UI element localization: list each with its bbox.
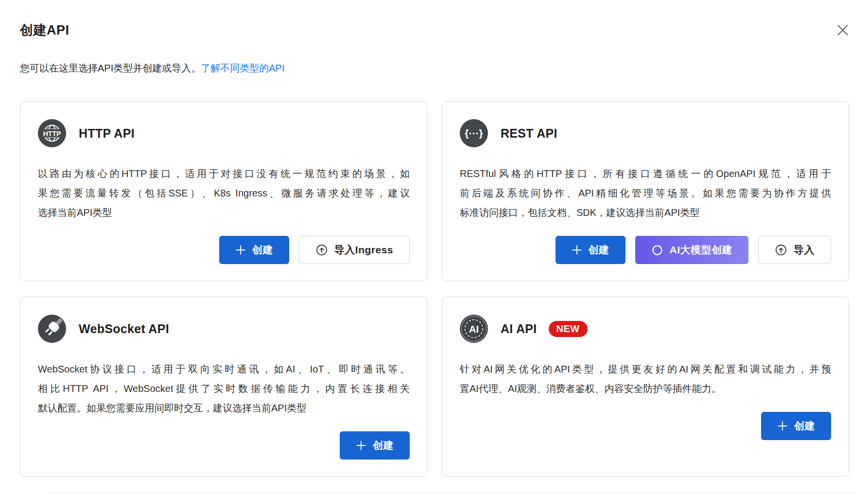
svg-text:HTTP: HTTP	[43, 130, 61, 138]
description-line: WebSocket协议接口，适用于双向实时通讯，如AI、IoT、即时通讯等。	[38, 359, 410, 379]
card-ai-api: AI AI API NEW 针对AI网关优化的API类型，提供更友好的AI网关配…	[442, 297, 849, 477]
svg-text:AI: AI	[469, 324, 479, 335]
card-actions: 创建	[460, 412, 831, 440]
button-label: 创建	[794, 419, 815, 433]
websocket-create-button[interactable]: 创建	[340, 431, 410, 460]
plus-icon	[356, 440, 366, 451]
card-title: WebSocket API	[79, 322, 169, 336]
description-line: 相比HTTP API，WebSocket提供了实时数据传输能力，内置长连接相关	[38, 379, 410, 398]
rest-braces-icon: {···}	[460, 119, 488, 147]
http-import-ingress-button[interactable]: 导入Ingress	[299, 236, 410, 264]
new-badge: NEW	[549, 321, 588, 337]
ai-sparkle-icon	[651, 244, 663, 256]
card-title: REST API	[501, 126, 557, 141]
close-icon	[835, 23, 850, 37]
svg-text:{···}: {···}	[465, 127, 483, 139]
websocket-plug-icon	[38, 315, 66, 343]
ai-circle-icon: AI	[460, 315, 488, 343]
description-line: 置AI代理、AI观测、消费者鉴权、内容安全防护等插件能力。	[460, 379, 831, 398]
description-line: 标准访问接口，包括文档、SDK，建议选择当前API类型	[460, 203, 831, 222]
rest-create-button[interactable]: 创建	[556, 236, 625, 264]
card-actions: 创建 导入Ingress	[38, 236, 410, 264]
plus-icon	[777, 421, 788, 431]
button-label: 创建	[252, 243, 273, 257]
card-actions: 创建	[38, 431, 410, 460]
button-label: 导入	[794, 243, 815, 257]
card-header: {···} REST API	[460, 119, 831, 147]
rest-import-button[interactable]: 导入	[758, 236, 831, 264]
card-header: WebSocket API	[38, 315, 410, 343]
description-line: 选择当前API类型	[38, 203, 410, 222]
http-globe-icon: HTTP	[38, 119, 66, 147]
card-description: WebSocket协议接口，适用于双向实时通讯，如AI、IoT、即时通讯等。 相…	[38, 359, 410, 418]
create-api-dialog: 创建API 您可以在这里选择API类型并创建或导入。了解不同类型的API HTT…	[0, 0, 868, 496]
card-actions: 创建 AI大模型创建	[460, 236, 831, 264]
dialog-subtitle: 您可以在这里选择API类型并创建或导入。了解不同类型的API	[20, 62, 285, 75]
plus-icon	[572, 245, 582, 255]
description-line: 针对AI网关优化的API类型，提供更友好的AI网关配置和调试能力，并预	[460, 359, 831, 379]
card-websocket-api: WebSocket API WebSocket协议接口，适用于双向实时通讯，如A…	[20, 297, 428, 477]
button-label: AI大模型创建	[670, 243, 733, 257]
card-header: AI AI API NEW	[460, 315, 831, 343]
close-button[interactable]	[834, 21, 851, 39]
card-http-api: HTTP HTTP API 以路由为核心的HTTP接口，适用于对接口没有统一规范…	[20, 101, 428, 281]
upload-icon	[775, 244, 787, 256]
subtitle-text: 您可以在这里选择API类型并创建或导入。	[20, 63, 201, 73]
description-line: 果您需要流量转发（包括SSE）、K8s Ingress、微服务请求处理等，建议	[38, 183, 410, 203]
card-description: 以路由为核心的HTTP接口，适用于对接口没有统一规范约束的场景，如 果您需要流量…	[38, 164, 410, 222]
button-label: 导入Ingress	[334, 243, 393, 257]
description-line: 前后端及系统间协作、API精细化管理等场景。如果您需要为协作方提供	[460, 183, 831, 203]
card-header: HTTP HTTP API	[38, 119, 410, 147]
card-title: AI API	[501, 322, 537, 336]
description-line: RESTful风格的HTTP接口，所有接口遵循统一的OpenAPI规范，适用于	[460, 164, 831, 183]
description-line: 以路由为核心的HTTP接口，适用于对接口没有统一规范约束的场景，如	[38, 164, 410, 183]
page-title: 创建API	[20, 21, 69, 39]
rest-ai-model-create-button[interactable]: AI大模型创建	[635, 236, 749, 264]
plus-icon	[235, 245, 246, 255]
card-description: RESTful风格的HTTP接口，所有接口遵循统一的OpenAPI规范，适用于 …	[460, 164, 831, 222]
card-rest-api: {···} REST API RESTful风格的HTTP接口，所有接口遵循统一…	[442, 101, 849, 281]
button-label: 创建	[373, 439, 394, 452]
bottom-divider	[49, 493, 856, 493]
api-type-grid: HTTP HTTP API 以路由为核心的HTTP接口，适用于对接口没有统一规范…	[20, 101, 849, 477]
learn-api-types-link[interactable]: 了解不同类型的API	[201, 63, 284, 73]
button-label: 创建	[589, 243, 609, 257]
http-create-button[interactable]: 创建	[219, 236, 289, 264]
card-title: HTTP API	[79, 126, 135, 141]
ai-create-button[interactable]: 创建	[761, 412, 831, 440]
upload-icon	[315, 244, 328, 256]
description-line: 默认配置。如果您需要应用间即时交互，建议选择当前API类型	[38, 398, 410, 418]
card-description: 针对AI网关优化的API类型，提供更友好的AI网关配置和调试能力，并预 置AI代…	[460, 359, 831, 398]
